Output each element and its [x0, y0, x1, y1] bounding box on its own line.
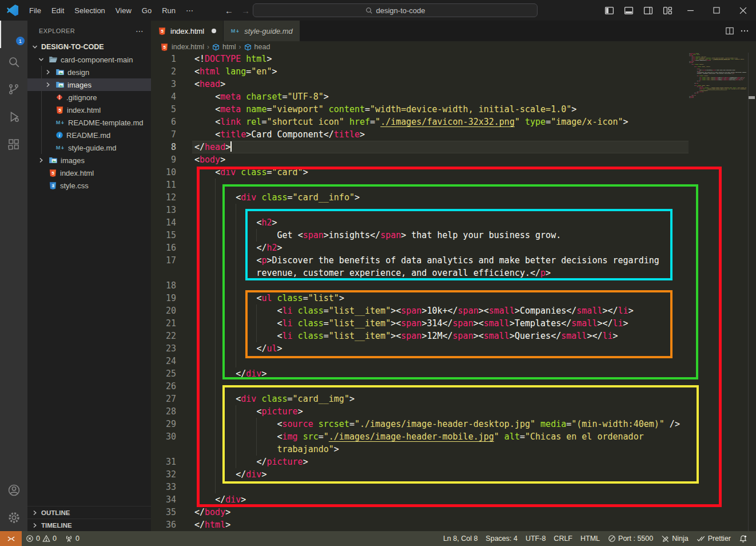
- code-line[interactable]: 25 </div>: [151, 367, 756, 380]
- menu-more[interactable]: ⋯: [181, 3, 198, 18]
- code-line[interactable]: 23 </ul>: [151, 342, 756, 355]
- tree-item-card-component-main[interactable]: card-component-main: [27, 53, 151, 66]
- minimap[interactable]: <!DOCTYPE html><html lang="en"><head> <m…: [689, 53, 746, 133]
- status-port-5500[interactable]: Port : 5500: [604, 531, 657, 546]
- tree-item-style-guide-md[interactable]: Mstyle-guide.md: [27, 141, 151, 154]
- status-utf-8[interactable]: UTF-8: [522, 531, 550, 546]
- line-number[interactable]: 19: [151, 292, 176, 304]
- line-number[interactable]: 8: [151, 141, 176, 153]
- line-number[interactable]: 27: [151, 393, 176, 405]
- activity-accounts[interactable]: [0, 476, 27, 504]
- line-number[interactable]: 1: [151, 53, 176, 65]
- code-line[interactable]: 13: [151, 204, 756, 216]
- line-number[interactable]: 5: [151, 103, 176, 116]
- tree-item-index-html[interactable]: 5index.html: [27, 167, 151, 179]
- menu-selection[interactable]: Selection: [69, 3, 110, 18]
- line-number[interactable]: 18: [151, 279, 176, 292]
- scrollbar[interactable]: [748, 53, 756, 531]
- code-line[interactable]: 24: [151, 355, 756, 367]
- tree-item-style-css[interactable]: 3style.css: [27, 179, 151, 192]
- tree-item-readme-md[interactable]: iREADME.md: [27, 129, 151, 141]
- line-number[interactable]: 2: [151, 65, 176, 78]
- code-line[interactable]: 35</body>: [151, 506, 756, 519]
- status-html[interactable]: HTML: [576, 531, 604, 546]
- code-line[interactable]: 2<html lang="en">: [151, 65, 756, 78]
- line-number[interactable]: 9: [151, 153, 176, 166]
- code-line[interactable]: 11: [151, 179, 756, 191]
- code-line[interactable]: 28 <picture>: [151, 405, 756, 418]
- tree-item-index-html[interactable]: 5index.html: [27, 104, 151, 116]
- maximize-icon[interactable]: [703, 0, 730, 21]
- menu-edit[interactable]: Edit: [46, 3, 69, 18]
- code-line[interactable]: 32 </div>: [151, 468, 756, 481]
- activity-settings[interactable]: [0, 504, 27, 531]
- status-bell[interactable]: [735, 531, 751, 546]
- code-line[interactable]: 10 <div class="card">: [151, 166, 756, 179]
- line-number[interactable]: 31: [151, 456, 176, 468]
- code-line[interactable]: 34 </div>: [151, 493, 756, 506]
- code-line[interactable]: revenue, customer experience, and overal…: [151, 267, 756, 279]
- problems-status[interactable]: 0 0: [22, 531, 61, 546]
- ports-status[interactable]: 0: [61, 531, 83, 546]
- code-line[interactable]: 21 <li class="list__item"><span>314</spa…: [151, 317, 756, 330]
- line-number[interactable]: 24: [151, 355, 176, 367]
- menu-file[interactable]: File: [24, 3, 46, 18]
- modified-dot-icon[interactable]: [212, 29, 216, 33]
- line-number[interactable]: 15: [151, 229, 176, 242]
- breadcrumb-item-index-html[interactable]: 5index.html: [160, 43, 204, 52]
- line-number[interactable]: 12: [151, 191, 176, 204]
- status-ninja[interactable]: Ninja: [657, 531, 693, 546]
- code-line[interactable]: 18: [151, 279, 756, 292]
- activity-search[interactable]: [0, 48, 27, 76]
- close-icon[interactable]: [730, 0, 756, 21]
- tree-item-design[interactable]: design: [27, 66, 151, 78]
- line-number[interactable]: 28: [151, 405, 176, 418]
- tree-item--gitignore[interactable]: .gitignore: [27, 91, 151, 104]
- code-line[interactable]: 14 <h2>: [151, 216, 756, 229]
- tree-item-images[interactable]: images: [27, 154, 151, 167]
- code-line[interactable]: 31 </picture>: [151, 456, 756, 468]
- line-number[interactable]: 6: [151, 116, 176, 128]
- code-line[interactable]: 6 <link rel="shortcut icon" href="./imag…: [151, 116, 756, 128]
- code-line[interactable]: 9<body>: [151, 153, 756, 166]
- code-line[interactable]: 27 <div class="card__img">: [151, 393, 756, 405]
- status-prettier[interactable]: Prettier: [693, 531, 735, 546]
- customize-layout-icon[interactable]: [658, 2, 677, 19]
- line-number[interactable]: 16: [151, 242, 176, 254]
- section-timeline[interactable]: TIMELINE: [27, 519, 151, 531]
- editor-more-actions-icon[interactable]: [740, 26, 749, 35]
- minimize-icon[interactable]: [677, 0, 703, 21]
- search-input[interactable]: design-to-code: [253, 3, 538, 17]
- status-crlf[interactable]: CRLF: [550, 531, 576, 546]
- line-number[interactable]: 30: [151, 430, 176, 443]
- breadcrumb-item-head[interactable]: head: [244, 43, 270, 51]
- line-number[interactable]: 4: [151, 90, 176, 103]
- tree-item-images[interactable]: images: [27, 78, 151, 91]
- code-line[interactable]: 36</html>: [151, 519, 756, 531]
- tab-index-html[interactable]: 5index.html: [151, 21, 223, 41]
- code-line[interactable]: 17 <p>Discover the benefits of data anal…: [151, 254, 756, 267]
- menu-view[interactable]: View: [110, 3, 137, 18]
- line-number[interactable]: 14: [151, 216, 176, 229]
- line-number[interactable]: 25: [151, 367, 176, 380]
- tab-style-guide-md[interactable]: Mstyle-guide.md: [223, 21, 300, 41]
- scrollbar-thumb[interactable]: [749, 96, 755, 99]
- line-number[interactable]: 33: [151, 481, 176, 493]
- activity-explorer[interactable]: 1: [0, 21, 27, 48]
- activity-extensions[interactable]: [0, 130, 27, 158]
- line-number[interactable]: 36: [151, 519, 176, 531]
- line-number[interactable]: 22: [151, 330, 176, 342]
- explorer-more-icon[interactable]: ⋯: [136, 26, 144, 35]
- code-line[interactable]: 33: [151, 481, 756, 493]
- code-line[interactable]: 8</head>: [151, 141, 756, 153]
- remote-indicator[interactable]: [0, 531, 22, 546]
- tree-item-readme-template-md[interactable]: MREADME-template.md: [27, 116, 151, 129]
- line-number[interactable]: 20: [151, 304, 176, 317]
- line-number[interactable]: 10: [151, 166, 176, 179]
- toggle-secondary-sidebar-icon[interactable]: [638, 2, 658, 19]
- code-line[interactable]: 19 <ul class="list">: [151, 292, 756, 304]
- back-icon[interactable]: ←: [225, 6, 233, 15]
- activity-run-and-debug[interactable]: [0, 103, 27, 130]
- code-line[interactable]: 1<!DOCTYPE html>: [151, 53, 756, 65]
- toggle-panel-icon[interactable]: [619, 2, 638, 19]
